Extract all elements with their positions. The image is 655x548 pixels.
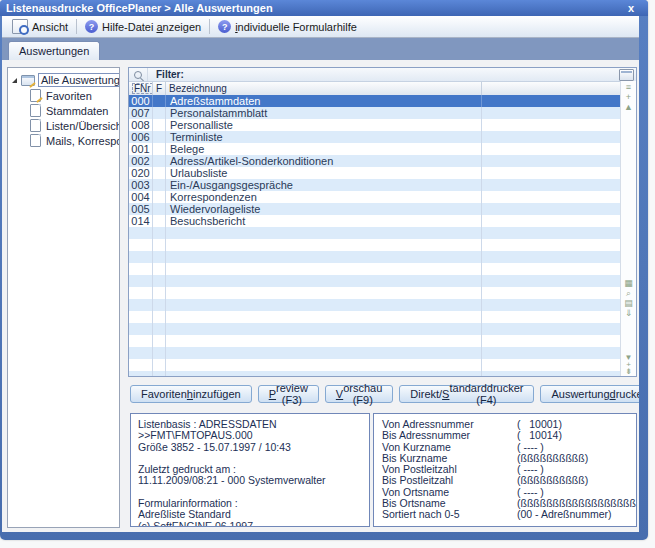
cell-f xyxy=(153,239,166,251)
range-row: Sortiert nach 0-5(00 - Adreßnummer) xyxy=(382,509,636,520)
sort-menu-icon[interactable]: ≡ xyxy=(621,82,636,92)
cell-f xyxy=(153,311,166,323)
export-icon[interactable]: ⇓ xyxy=(621,308,636,318)
cell-bezeichnung xyxy=(166,371,482,376)
tree-item-label: Alle Auswertungen xyxy=(38,73,120,87)
cell-empty xyxy=(482,131,620,143)
close-button[interactable]: x xyxy=(628,3,634,14)
individuelle-formularhilfe-button[interactable]: individuelle Formularhilfe xyxy=(212,17,363,36)
search-icon[interactable]: ⌕ xyxy=(621,288,636,298)
cell-f xyxy=(153,323,166,335)
cell-empty xyxy=(482,275,620,287)
table-row[interactable]: 003Ein-/Ausgangsgespräche xyxy=(129,179,620,191)
cell-f xyxy=(153,95,166,107)
content-area: Alle AuswertungenFavoritenStammdatenList… xyxy=(2,60,639,532)
cell-empty xyxy=(482,335,620,347)
scroll-up-icon[interactable]: ▲ xyxy=(621,102,636,112)
tree-expander-icon[interactable] xyxy=(12,78,17,83)
tree-item-listen-bersichten[interactable]: Listen/Übersichten xyxy=(8,118,119,133)
ansicht-button[interactable]: Ansicht xyxy=(6,17,74,36)
column-header-f[interactable]: F xyxy=(153,82,166,95)
table-row[interactable]: 006Terminliste xyxy=(129,131,620,143)
table-row[interactable]: 014Besuchsbericht xyxy=(129,215,620,227)
form-window-button[interactable] xyxy=(619,69,634,81)
cell-fnr xyxy=(129,227,153,239)
range-value: ( ---- ) xyxy=(517,487,636,498)
cell-f xyxy=(153,263,166,275)
table-row-empty xyxy=(129,299,620,311)
table-row[interactable]: 008Personalliste xyxy=(129,119,620,131)
cell-f xyxy=(153,131,166,143)
range-value: ( 10014) xyxy=(517,430,636,441)
table-row-empty xyxy=(129,335,620,347)
table-row[interactable]: 020Urlaubsliste xyxy=(129,167,620,179)
cell-fnr: 002 xyxy=(129,155,153,167)
hilfe-datei-button-label: Hilfe-Datei anzeigen xyxy=(102,21,201,33)
tree-item-favoriten[interactable]: Favoriten xyxy=(8,88,119,103)
cell-f xyxy=(153,155,166,167)
favoriten-hinzufuegen-button[interactable]: Favoriten hinzufügen xyxy=(130,385,252,403)
cell-f xyxy=(153,251,166,263)
cell-empty xyxy=(482,95,620,107)
cell-empty xyxy=(482,143,620,155)
add-icon[interactable]: + xyxy=(621,92,636,102)
tab-strip: Auswertungen xyxy=(2,38,639,60)
range-value: ( 10001) xyxy=(517,419,636,430)
cell-fnr xyxy=(129,275,153,287)
vorschau-button[interactable]: Vorschau (F9) xyxy=(325,385,393,403)
help-icon xyxy=(218,20,231,33)
direkt-standarddrucker-button[interactable]: Direkt/Standarddrucker (F4) xyxy=(399,385,534,403)
preview-button[interactable]: Preview (F3) xyxy=(258,385,319,403)
view-icon xyxy=(12,19,28,34)
column-header-fnr-label: FNr xyxy=(132,83,153,94)
cell-fnr xyxy=(129,287,153,299)
cell-fnr: 000 xyxy=(129,95,153,107)
cell-bezeichnung xyxy=(166,335,482,347)
cell-empty xyxy=(482,167,620,179)
table-row[interactable]: 005Wiedervorlageliste xyxy=(129,203,620,215)
info-line: Größe 3852 - 15.07.1997 / 10:43 xyxy=(138,442,362,453)
ansicht-button-label: Ansicht xyxy=(32,21,68,33)
table-row-empty xyxy=(129,275,620,287)
table-row[interactable]: 000Adreßstammdaten xyxy=(129,95,620,107)
page-icon xyxy=(30,119,41,132)
filter-magnifier-icon xyxy=(134,71,142,79)
help-icon xyxy=(85,20,98,33)
table-row-empty xyxy=(129,359,620,371)
table-row-empty xyxy=(129,323,620,335)
cell-fnr xyxy=(129,299,153,311)
table-row[interactable]: 004Korrespondenzen xyxy=(129,191,620,203)
auswertung-drucken-button[interactable]: Auswertung drucken xyxy=(540,385,639,403)
range-value: (ßßßßßßßßßßßßßßßßßßßßßßßßßßßßßß) xyxy=(517,498,636,509)
cell-f xyxy=(153,167,166,179)
cell-bezeichnung xyxy=(166,311,482,323)
toolbar-separator xyxy=(209,19,210,34)
cell-f xyxy=(153,335,166,347)
table-row[interactable]: 002Adress/Artikel-Sonderkonditionen xyxy=(129,155,620,167)
tree-item-alle-auswertungen[interactable]: Alle Auswertungen xyxy=(8,72,119,88)
hilfe-datei-button[interactable]: Hilfe-Datei anzeigen xyxy=(79,17,207,36)
cell-bezeichnung xyxy=(166,251,482,263)
tab-auswertungen[interactable]: Auswertungen xyxy=(8,41,100,60)
list-view-icon[interactable]: ▤ xyxy=(621,298,636,308)
cell-fnr xyxy=(129,263,153,275)
tree-item-mails-korrespondenzen[interactable]: Mails, Korrespondenzen xyxy=(8,133,119,148)
grid-view-icon[interactable]: ▦ xyxy=(621,278,636,288)
scroll-bottom-icon[interactable]: ⇟ xyxy=(621,368,636,375)
results-grid: Filter: FNr F Bezeichnung 000Adreßstammd… xyxy=(128,67,637,377)
individuelle-formularhilfe-button-label: individuelle Formularhilfe xyxy=(235,21,357,33)
cell-f xyxy=(153,119,166,131)
column-header-fnr[interactable]: FNr xyxy=(129,82,153,95)
cell-fnr xyxy=(129,359,153,371)
table-row-empty xyxy=(129,311,620,323)
cell-fnr xyxy=(129,347,153,359)
tree-item-stammdaten[interactable]: Stammdaten xyxy=(8,103,119,118)
cell-empty xyxy=(482,359,620,371)
table-row[interactable]: 001Belege xyxy=(129,143,620,155)
cell-empty xyxy=(482,287,620,299)
cell-empty xyxy=(482,239,620,251)
column-header-bezeichnung[interactable]: Bezeichnung xyxy=(166,82,482,95)
table-row[interactable]: 007Personalstammblatt xyxy=(129,107,620,119)
cell-fnr: 006 xyxy=(129,131,153,143)
cell-empty xyxy=(482,299,620,311)
